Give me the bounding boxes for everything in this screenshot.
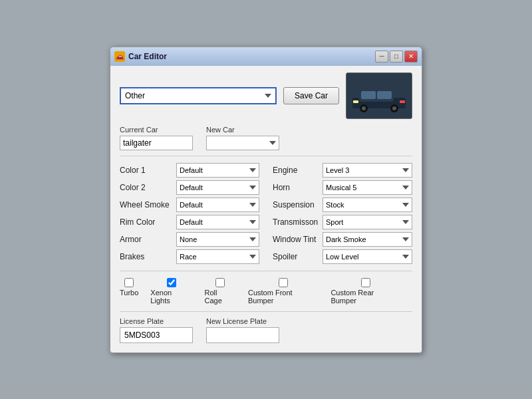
window-body: Other Sports Muscle SUV Sedan Save Car xyxy=(110,66,422,352)
divider-2 xyxy=(120,271,412,271)
car-info-row: Current Car New Car xyxy=(120,126,412,150)
current-car-input[interactable] xyxy=(120,136,193,150)
car-preview xyxy=(346,72,412,119)
svg-rect-3 xyxy=(377,91,392,99)
xenon-lights-label: Xenon Lights xyxy=(150,289,192,305)
title-bar-left: 🚗 Car Editor xyxy=(114,51,167,62)
current-car-group: Current Car xyxy=(120,126,193,150)
minimize-button[interactable]: ─ xyxy=(375,51,388,63)
xenon-checkbox-item: Xenon Lights xyxy=(150,278,192,305)
turbo-checkbox-item: Turbo xyxy=(120,278,138,297)
brakes-row: Brakes StockStreetSportRace xyxy=(120,248,259,265)
main-dropdown[interactable]: Other Sports Muscle SUV Sedan xyxy=(120,87,277,104)
car-editor-window: 🚗 Car Editor ─ □ ✕ Other Sports Muscle S… xyxy=(110,47,422,353)
new-license-plate-label: New License Plate xyxy=(206,317,279,325)
front-bumper-checkbox-item: Custom Front Bumper xyxy=(248,278,319,305)
license-plate-label: License Plate xyxy=(120,317,193,325)
current-car-label: Current Car xyxy=(120,126,193,134)
armor-select[interactable]: NoneLevel 1Level 2 xyxy=(176,232,259,247)
svg-rect-8 xyxy=(353,100,358,103)
new-car-select[interactable] xyxy=(206,136,279,150)
roll-cage-label: Roll Cage xyxy=(204,289,236,305)
new-car-group: New Car xyxy=(206,126,279,150)
armor-row: Armor NoneLevel 1Level 2 xyxy=(120,231,259,248)
custom-rear-bumper-label: Custom Rear Bumper xyxy=(331,289,400,305)
custom-rear-bumper-checkbox[interactable] xyxy=(361,278,370,287)
roll-cage-checkbox-item: Roll Cage xyxy=(204,278,236,305)
svg-rect-9 xyxy=(400,100,405,103)
suspension-row: Suspension StockLoweredStreetSport xyxy=(273,196,412,213)
save-car-button[interactable]: Save Car xyxy=(283,87,339,104)
custom-front-bumper-checkbox[interactable] xyxy=(279,278,288,287)
rim-color-select[interactable]: DefaultRedBlue xyxy=(176,215,259,229)
svg-point-5 xyxy=(362,106,366,110)
window-title: Car Editor xyxy=(128,52,167,61)
new-license-plate-input[interactable] xyxy=(206,327,279,343)
car-image xyxy=(349,79,409,112)
fields-grid: Color 1 DefaultRedBlue Color 2 DefaultRe… xyxy=(120,162,412,265)
license-plate-input[interactable] xyxy=(120,327,193,343)
armor-label: Armor xyxy=(120,235,176,244)
wheel-smoke-row: Wheel Smoke DefaultRedBlue xyxy=(120,196,259,213)
transmission-row: Transmisson StockStreetSportRace xyxy=(273,213,412,231)
current-license-group: License Plate xyxy=(120,317,193,343)
color1-select[interactable]: DefaultRedBlue xyxy=(176,163,259,178)
window-tint-select[interactable]: NonePure BlackDark SmokeLight Smoke xyxy=(323,232,412,247)
svg-point-7 xyxy=(392,106,396,110)
color2-row: Color 2 DefaultRedBlue xyxy=(120,179,259,196)
spoiler-row: Spoiler NoneLow LevelHigh Level xyxy=(273,248,412,265)
new-license-group: New License Plate xyxy=(206,317,279,343)
wheel-smoke-label: Wheel Smoke xyxy=(120,200,176,209)
divider-1 xyxy=(120,156,412,156)
transmission-label: Transmisson xyxy=(273,217,323,227)
close-button[interactable]: ✕ xyxy=(404,51,418,63)
brakes-select[interactable]: StockStreetSportRace xyxy=(176,249,259,264)
spoiler-label: Spoiler xyxy=(273,252,323,261)
svg-rect-2 xyxy=(361,91,376,99)
engine-label: Engine xyxy=(273,166,323,175)
turbo-checkbox[interactable] xyxy=(124,278,134,287)
color1-label: Color 1 xyxy=(120,166,176,175)
window-tint-row: Window Tint NonePure BlackDark SmokeLigh… xyxy=(273,231,412,248)
divider-3 xyxy=(120,311,412,312)
spoiler-select[interactable]: NoneLow LevelHigh Level xyxy=(323,249,412,264)
rear-bumper-checkbox-item: Custom Rear Bumper xyxy=(331,278,400,305)
rim-color-row: Rim Color DefaultRedBlue xyxy=(120,213,259,231)
horn-select[interactable]: DefaultMusical 1Musical 2Musical 3Musica… xyxy=(323,180,412,195)
license-section: License Plate New License Plate xyxy=(120,317,412,343)
custom-front-bumper-label: Custom Front Bumper xyxy=(248,289,319,305)
top-row: Other Sports Muscle SUV Sedan Save Car xyxy=(120,72,412,119)
window-tint-label: Window Tint xyxy=(273,235,323,244)
color2-select[interactable]: DefaultRedBlue xyxy=(176,180,259,195)
xenon-lights-checkbox[interactable] xyxy=(167,278,176,287)
checkboxes-row: Turbo Xenon Lights Roll Cage Custom Fron… xyxy=(120,278,412,305)
turbo-label: Turbo xyxy=(120,289,138,297)
right-column: Engine StockLevel 1Level 2Level 3 Horn D… xyxy=(273,162,412,265)
wheel-smoke-select[interactable]: DefaultRedBlue xyxy=(176,198,259,212)
title-buttons: ─ □ ✕ xyxy=(375,51,418,63)
title-bar: 🚗 Car Editor ─ □ ✕ xyxy=(110,47,422,66)
transmission-select[interactable]: StockStreetSportRace xyxy=(323,215,412,229)
horn-label: Horn xyxy=(273,183,323,192)
suspension-select[interactable]: StockLoweredStreetSport xyxy=(323,198,412,212)
roll-cage-checkbox[interactable] xyxy=(215,278,225,287)
color1-row: Color 1 DefaultRedBlue xyxy=(120,162,259,179)
rim-color-label: Rim Color xyxy=(120,217,176,227)
left-column: Color 1 DefaultRedBlue Color 2 DefaultRe… xyxy=(120,162,259,265)
color2-label: Color 2 xyxy=(120,183,176,192)
engine-row: Engine StockLevel 1Level 2Level 3 xyxy=(273,162,412,179)
app-icon: 🚗 xyxy=(114,51,125,62)
brakes-label: Brakes xyxy=(120,252,176,261)
new-car-label: New Car xyxy=(206,126,279,134)
suspension-label: Suspension xyxy=(273,200,323,209)
horn-row: Horn DefaultMusical 1Musical 2Musical 3M… xyxy=(273,179,412,196)
maximize-button[interactable]: □ xyxy=(390,51,403,63)
engine-select[interactable]: StockLevel 1Level 2Level 3 xyxy=(323,163,412,178)
